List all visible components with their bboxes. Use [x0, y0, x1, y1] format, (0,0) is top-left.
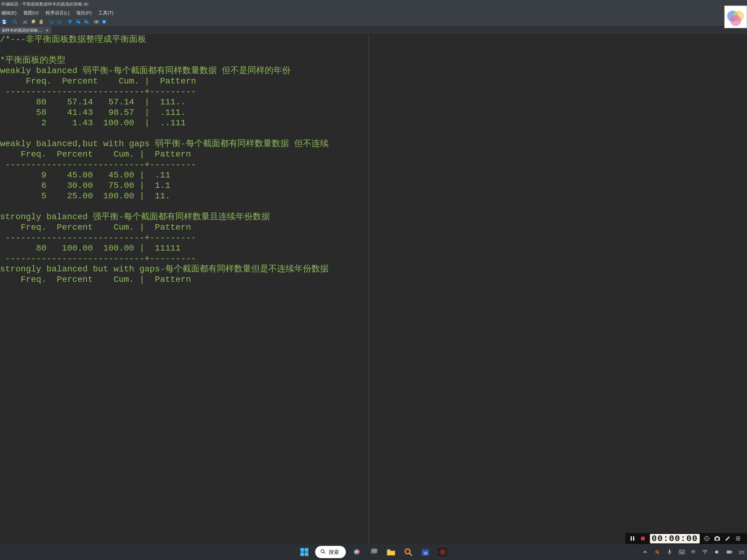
svg-rect-58	[680, 552, 684, 553]
svg-point-50	[656, 551, 658, 553]
svg-line-51	[658, 553, 659, 554]
tray-chevron-up-icon[interactable]	[642, 549, 648, 555]
menu-language[interactable]: 程序语言(L)	[46, 10, 70, 16]
editor-line[interactable]	[0, 45, 329, 55]
system-tray: 中 20:	[642, 549, 745, 555]
editor-line[interactable]: ---------------------------+---------	[0, 160, 329, 170]
tab-label: 据样本的挑选的策略....	[2, 28, 42, 33]
editor-line[interactable]: strongly balanced 强平衡-每个截面都有同样数量且连续年份数据	[0, 212, 329, 222]
editor-line[interactable]: 2 1.43 100.00 | ..111	[0, 118, 329, 128]
bookmark-prev-button[interactable]	[82, 18, 90, 25]
tray-keyboard-icon[interactable]	[679, 549, 685, 555]
svg-point-22	[706, 538, 707, 539]
editor-line[interactable]: ---------------------------+---------	[0, 233, 329, 243]
editor-line[interactable]: /*---非平衡面板数据整理成平衡面板	[0, 34, 329, 45]
editor-line[interactable]: 80 100.00 100.00 | 11111	[0, 243, 329, 254]
svg-point-17	[730, 15, 741, 26]
editor-line[interactable]: 80 57.14 57.14 | 111..	[0, 97, 329, 107]
recorder-draw-icon[interactable]	[724, 535, 731, 542]
svg-rect-56	[681, 551, 682, 552]
toolbar: +	[0, 17, 747, 26]
editor-line[interactable]	[0, 202, 329, 212]
preview-thumbnail[interactable]	[724, 5, 747, 28]
undo-button[interactable]	[48, 18, 55, 25]
svg-point-28	[716, 538, 718, 540]
tray-clock[interactable]: 20:	[739, 550, 745, 555]
svg-rect-34	[305, 548, 308, 552]
tray-search-icon[interactable]	[654, 549, 661, 555]
cut-button[interactable]	[22, 18, 29, 25]
window-title: 件编辑器 - 平衡面板数据样本的挑选的策略.do	[1, 2, 88, 7]
everything-search-icon[interactable]	[402, 545, 415, 558]
screen-recorder-bar: 00:00:00	[625, 533, 747, 544]
tray-wifi-icon[interactable]	[702, 549, 708, 555]
search-button[interactable]	[11, 18, 19, 25]
screen-recorder-app-icon[interactable]	[436, 545, 449, 558]
svg-rect-8	[32, 20, 35, 23]
editor-line[interactable]: ---------------------------+---------	[0, 254, 329, 264]
svg-rect-29	[716, 536, 718, 537]
start-button[interactable]	[298, 545, 311, 558]
tray-volume-icon[interactable]	[714, 549, 720, 555]
bookmark-toggle-button[interactable]: +	[66, 18, 74, 25]
task-view-icon[interactable]	[367, 545, 380, 558]
menu-project[interactable]: 项目(P)	[76, 10, 92, 16]
run-button[interactable]	[101, 18, 108, 25]
search-icon	[320, 549, 326, 556]
svg-rect-40	[372, 549, 377, 553]
svg-rect-57	[682, 551, 683, 552]
recorder-menu-icon[interactable]	[735, 535, 742, 542]
svg-point-13	[96, 21, 97, 22]
tab-close-button[interactable]: ×	[45, 28, 49, 33]
svg-rect-55	[680, 551, 681, 552]
recorder-target-icon[interactable]	[703, 535, 710, 542]
editor-content[interactable]: /*---非平衡面板数据整理成平衡面板 *平衡面板的类型weakly balan…	[0, 34, 329, 285]
svg-text:18: 18	[423, 552, 427, 555]
save-button[interactable]	[1, 18, 8, 25]
editor-line[interactable]: Freq. Percent Cum. | Pattern	[0, 274, 329, 285]
editor-line[interactable]: Freq. Percent Cum. | Pattern	[0, 149, 329, 160]
svg-rect-18	[630, 536, 632, 541]
menu-view[interactable]: 视图(V)	[23, 10, 39, 16]
editor-line[interactable]: Freq. Percent Cum. | Pattern	[0, 222, 329, 233]
editor-line[interactable]: *平衡面板的类型	[0, 55, 329, 66]
recorder-stop-button[interactable]	[640, 535, 646, 542]
svg-rect-61	[732, 552, 732, 553]
show-whitespace-button[interactable]	[93, 18, 100, 25]
menu-bar: 编辑(E) 视图(V) 程序语言(L) 项目(P) 工具(T)	[0, 8, 747, 17]
svg-point-3	[13, 20, 16, 23]
tray-microphone-icon[interactable]	[667, 549, 673, 555]
editor-line[interactable]: strongly balanced but with gaps-每个截面都有同样…	[0, 264, 329, 274]
redo-button[interactable]	[56, 18, 63, 25]
tray-battery-icon[interactable]	[726, 549, 732, 555]
calendar-icon[interactable]: 18	[419, 545, 432, 558]
copy-button[interactable]	[29, 18, 37, 25]
editor-line[interactable]: 5 25.00 100.00 | 11.	[0, 191, 329, 202]
editor-line[interactable]: ---------------------------+---------	[0, 86, 329, 97]
editor-line[interactable]	[0, 128, 329, 139]
bookmark-next-button[interactable]	[74, 18, 82, 25]
editor-line[interactable]: 58 41.43 98.57 | .111.	[0, 107, 329, 118]
editor-line[interactable]: weakly balanced,but with gaps 弱平衡-每个截面都有…	[0, 139, 329, 149]
svg-rect-10	[40, 20, 42, 21]
editor-tab[interactable]: 据样本的挑选的策略.... ×	[0, 26, 51, 34]
recorder-pause-button[interactable]	[629, 535, 636, 542]
recorder-camera-icon[interactable]	[714, 535, 721, 542]
editor-line[interactable]: 6 30.00 75.00 | 1.1	[0, 181, 329, 191]
taskbar-search-label: 搜索	[329, 549, 339, 556]
copilot-icon[interactable]	[350, 545, 363, 558]
svg-rect-32	[736, 540, 740, 540]
file-explorer-icon[interactable]	[385, 545, 397, 558]
taskbar-search[interactable]: 搜索	[315, 546, 346, 558]
editor-ruler	[368, 34, 369, 560]
editor-line[interactable]: 9 45.00 45.00 | .11	[0, 170, 329, 181]
svg-rect-30	[736, 537, 740, 537]
recorder-timer: 00:00:00	[650, 534, 700, 543]
editor-area[interactable]: /*---非平衡面板数据整理成平衡面板 *平衡面板的类型weakly balan…	[0, 34, 747, 560]
menu-edit[interactable]: 编辑(E)	[1, 10, 17, 16]
paste-button[interactable]	[37, 18, 45, 25]
editor-line[interactable]: Freq. Percent Cum. | Pattern	[0, 76, 329, 86]
editor-line[interactable]: weakly balanced 弱平衡-每个截面都有同样数量数据 但不是同样的年…	[0, 66, 329, 76]
menu-tools[interactable]: 工具(T)	[98, 10, 113, 16]
tray-ime-indicator[interactable]: 中	[691, 549, 696, 555]
